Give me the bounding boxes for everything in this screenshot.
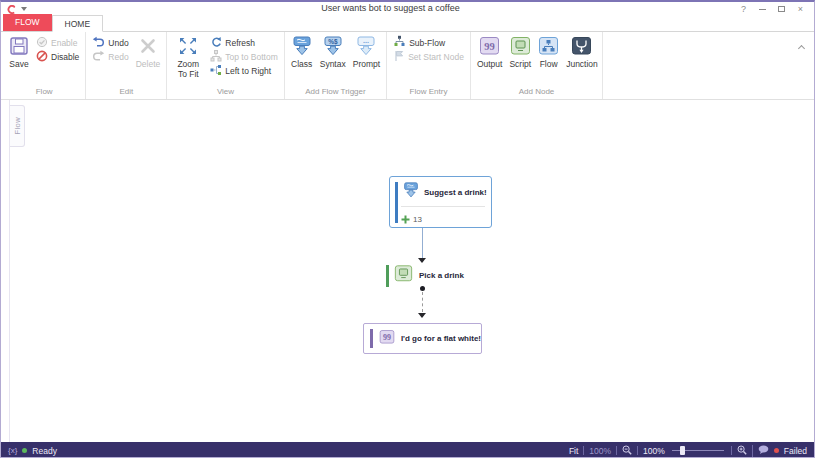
trigger-node-title: Suggest a drink! xyxy=(424,188,487,197)
collapse-ribbon-icon[interactable] xyxy=(799,37,804,55)
transition-count: 13 xyxy=(413,215,422,224)
class-trigger-icon xyxy=(291,36,313,59)
delete-icon xyxy=(138,36,158,59)
prompt-trigger-icon: ... xyxy=(355,36,377,59)
add-transition-icon[interactable] xyxy=(401,210,410,228)
svg-text:%$: %$ xyxy=(328,38,338,46)
left-to-right-button[interactable]: Left to Right xyxy=(208,64,279,77)
group-label-edit: Edit xyxy=(90,86,162,98)
zoom-slider-handle[interactable] xyxy=(680,446,685,455)
separator xyxy=(752,445,753,457)
ribbon-group-add-node: 99 Output Script Flow xyxy=(471,32,603,99)
tab-home[interactable]: HOME xyxy=(52,15,104,32)
flow-node-icon xyxy=(538,36,559,59)
prompt-trigger-button[interactable]: ... Prompt xyxy=(351,34,382,70)
undo-icon xyxy=(92,35,105,50)
left-to-right-icon xyxy=(210,64,222,78)
add-script-node-button[interactable]: Script xyxy=(507,34,533,70)
sub-flow-button[interactable]: Sub-Flow xyxy=(391,36,466,49)
trigger-node-accent-bar xyxy=(395,182,398,223)
failed-status-text: Failed xyxy=(784,446,807,456)
zoom-in-icon[interactable] xyxy=(737,445,747,457)
output-node-icon: 99 xyxy=(479,36,500,59)
script-node-title: Pick a drink xyxy=(419,271,464,280)
window-controls: ? × xyxy=(734,3,814,15)
group-label-flow: Flow xyxy=(7,86,81,98)
failed-status-dot xyxy=(774,448,779,453)
syntax-trigger-icon: %$ xyxy=(322,36,344,59)
svg-text:99: 99 xyxy=(383,332,391,341)
refresh-icon xyxy=(210,36,222,50)
connector-arrowhead xyxy=(418,313,426,318)
zoom-out-icon[interactable] xyxy=(622,445,632,457)
set-start-node-button[interactable]: Set Start Node xyxy=(391,50,466,63)
redo-button[interactable]: Redo xyxy=(90,50,130,63)
ribbon-group-add-flow-trigger: Class %$ Syntax ... Prompt Add Flow Trig… xyxy=(285,32,387,99)
tryout-chat-icon[interactable] xyxy=(758,445,769,457)
output-node[interactable]: 99 I'd go for a flat white! xyxy=(363,323,482,354)
minimize-button[interactable] xyxy=(753,3,772,15)
ribbon: Save Enable Disable xyxy=(1,32,814,100)
ready-status-text: Ready xyxy=(32,446,57,456)
zoom-to-fit-button[interactable]: Zoom To Fit xyxy=(171,34,205,79)
connector-dot[interactable] xyxy=(420,286,425,291)
svg-text:99: 99 xyxy=(484,41,495,52)
close-button[interactable]: × xyxy=(791,3,810,15)
save-button[interactable]: Save xyxy=(7,34,31,70)
output-node-icon: 99 xyxy=(379,329,395,349)
ribbon-group-flow-entry: Sub-Flow Set Start Node Flow Entry xyxy=(387,32,471,99)
zoom-slider[interactable] xyxy=(672,450,724,451)
script-node-accent-bar xyxy=(386,265,389,287)
syntax-trigger-button[interactable]: %$ Syntax xyxy=(318,34,348,70)
script-node-icon xyxy=(394,264,413,287)
connector-dashed-line xyxy=(422,292,423,312)
app-window: User wants bot to suggest a coffee ? × F… xyxy=(0,0,815,458)
svg-text:...: ... xyxy=(364,37,370,44)
connector-line xyxy=(422,228,423,258)
disable-button[interactable]: Disable xyxy=(34,50,81,63)
status-bar: {x} Ready Fit 100% 100% Failed xyxy=(1,442,814,458)
enable-icon xyxy=(36,36,48,50)
trigger-node[interactable]: Suggest a drink! 13 xyxy=(389,176,492,228)
zoom-value: 100% xyxy=(643,446,665,456)
script-node-icon xyxy=(510,36,531,59)
ribbon-group-flow: Save Enable Disable xyxy=(3,32,86,99)
quick-access-caret-icon[interactable] xyxy=(21,7,27,11)
zoom-to-fit-icon xyxy=(178,36,198,59)
add-flow-node-button[interactable]: Flow xyxy=(536,34,561,70)
fit-zoom-button[interactable]: Fit xyxy=(569,446,578,456)
group-label-flow-entry: Flow Entry xyxy=(391,86,466,98)
refresh-button[interactable]: Refresh xyxy=(208,36,279,49)
separator xyxy=(731,446,732,455)
class-trigger-node-icon xyxy=(402,182,420,202)
separator xyxy=(637,446,638,455)
ribbon-tab-row: FLOW HOME xyxy=(1,15,814,32)
class-trigger-button[interactable]: Class xyxy=(289,34,315,70)
disable-icon xyxy=(36,50,48,64)
ribbon-group-edit: Undo Redo Delete Edit xyxy=(86,32,167,99)
sub-flow-icon xyxy=(393,35,406,50)
delete-button[interactable]: Delete xyxy=(134,34,163,70)
ribbon-group-view: Zoom To Fit Refresh Top to Bottom xyxy=(167,32,284,99)
add-output-node-button[interactable]: 99 Output xyxy=(475,34,505,70)
set-start-node-icon xyxy=(393,50,405,64)
junction-node-icon xyxy=(571,36,592,59)
add-junction-node-button[interactable]: Junction xyxy=(564,34,598,70)
variables-icon[interactable]: {x} xyxy=(8,446,17,455)
flow-canvas[interactable]: Flow Suggest a drink! 13 xyxy=(1,100,814,442)
flow-side-tab[interactable]: Flow xyxy=(10,105,25,147)
fit-zoom-value: 100% xyxy=(589,446,611,456)
enable-button[interactable]: Enable xyxy=(34,36,81,49)
group-label-add-node: Add Node xyxy=(475,86,598,98)
script-node[interactable]: Pick a drink xyxy=(386,264,464,287)
group-label-view: View xyxy=(171,86,279,98)
top-to-bottom-icon xyxy=(210,50,222,64)
maximize-button[interactable] xyxy=(772,3,791,15)
top-to-bottom-button[interactable]: Top to Bottom xyxy=(208,50,279,63)
trigger-node-divider xyxy=(401,206,485,207)
help-button[interactable]: ? xyxy=(734,3,753,15)
separator xyxy=(616,446,617,455)
tab-flow[interactable]: FLOW xyxy=(3,14,52,31)
window-title: User wants bot to suggest a coffee xyxy=(47,2,734,15)
undo-button[interactable]: Undo xyxy=(90,36,130,49)
